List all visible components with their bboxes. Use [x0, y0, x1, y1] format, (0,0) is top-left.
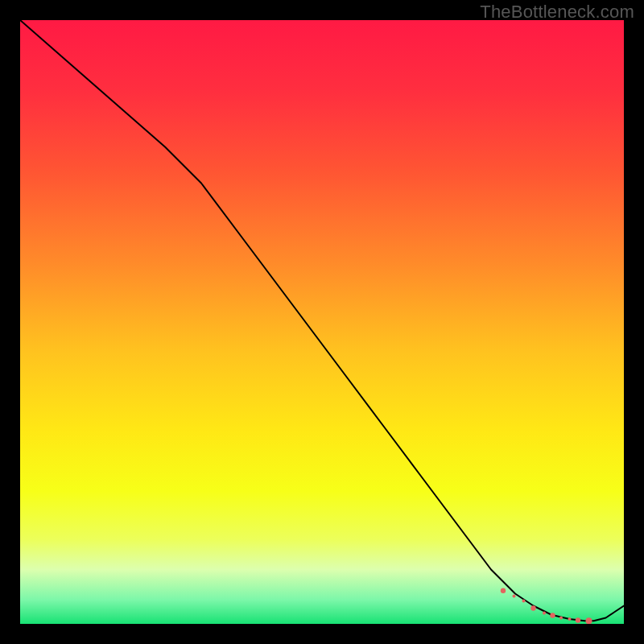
valley-dot: [550, 613, 555, 617]
chart-svg: [20, 20, 624, 624]
valley-dot: [513, 595, 516, 598]
valley-dot: [530, 605, 535, 610]
valley-dot: [522, 600, 526, 603]
chart-frame: TheBottleneck.com: [0, 0, 644, 644]
valley-dot: [543, 612, 546, 615]
valley-dot: [501, 588, 506, 593]
chart-plot-area: [20, 20, 624, 624]
valley-dot: [568, 617, 572, 621]
valley-dot: [586, 617, 592, 624]
chart-background: [20, 20, 624, 624]
valley-dot: [559, 617, 563, 620]
valley-dot: [576, 617, 580, 622]
